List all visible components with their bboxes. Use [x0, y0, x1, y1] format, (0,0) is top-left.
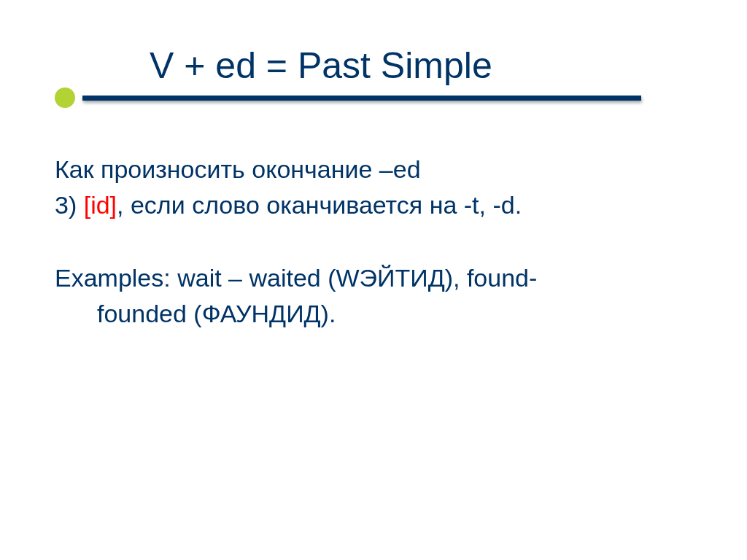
spacer — [55, 224, 692, 260]
underline-bar — [82, 96, 641, 101]
line2-prefix: 3) — [55, 191, 84, 219]
content-area: Как произносить окончание –ed 3) [id], е… — [55, 137, 692, 332]
example-line-2: founded (ФАУНДИД). — [55, 296, 692, 332]
example-line-1: Examples: wait – waited (WЭЙТИД), found- — [55, 260, 692, 296]
content-line-2: 3) [id], если слово оканчивается на -t, … — [55, 187, 692, 223]
bullet-dot-icon — [55, 88, 75, 108]
title-area: V + ed = Past Simple — [55, 44, 692, 101]
content-line-1: Как произносить окончание –ed — [55, 152, 692, 187]
title-underline — [55, 88, 641, 108]
line2-suffix: , если слово оканчивается на -t, -d. — [117, 191, 522, 219]
line2-highlight: [id] — [84, 191, 117, 219]
slide-container: V + ed = Past Simple Как произносить око… — [0, 0, 747, 560]
